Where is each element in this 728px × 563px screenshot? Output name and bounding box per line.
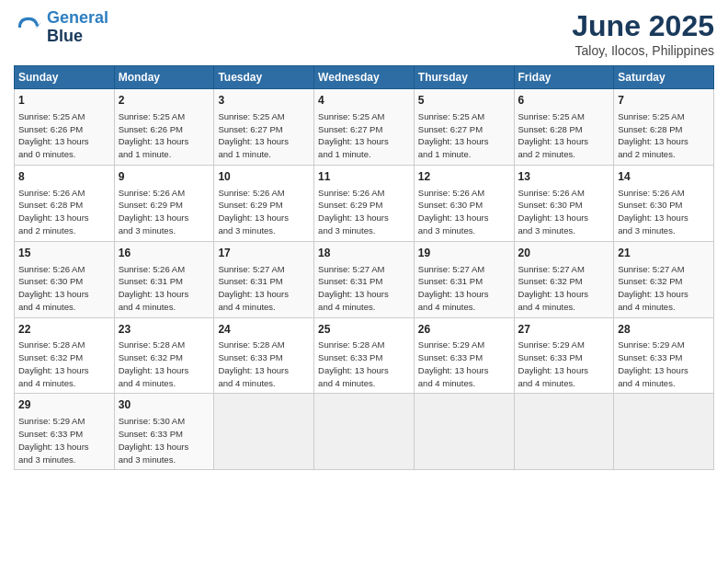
day-info: Sunrise: 5:26 AMSunset: 6:29 PMDaylight:… bbox=[318, 187, 410, 237]
day-number: 6 bbox=[518, 93, 610, 109]
day-info: Sunrise: 5:25 AMSunset: 6:28 PMDaylight:… bbox=[618, 110, 710, 161]
day-cell-22: 22Sunrise: 5:28 AMSunset: 6:32 PMDayligh… bbox=[15, 317, 115, 394]
empty-cell bbox=[614, 394, 714, 470]
page-header: General Blue June 2025 Taloy, Ilocos, Ph… bbox=[14, 9, 714, 58]
empty-cell bbox=[214, 394, 314, 470]
day-number: 10 bbox=[218, 169, 310, 185]
day-number: 16 bbox=[119, 246, 210, 261]
day-info: Sunrise: 5:26 AMSunset: 6:29 PMDaylight:… bbox=[119, 187, 210, 237]
day-number: 25 bbox=[318, 322, 410, 338]
day-info: Sunrise: 5:29 AMSunset: 6:33 PMDaylight:… bbox=[18, 415, 110, 465]
day-cell-2: 2Sunrise: 5:25 AMSunset: 6:26 PMDaylight… bbox=[114, 89, 214, 166]
day-number: 4 bbox=[318, 93, 410, 109]
day-info: Sunrise: 5:28 AMSunset: 6:33 PMDaylight:… bbox=[218, 339, 310, 389]
day-cell-25: 25Sunrise: 5:28 AMSunset: 6:33 PMDayligh… bbox=[314, 317, 415, 394]
day-number: 9 bbox=[119, 169, 210, 185]
weekday-monday: Monday bbox=[114, 66, 214, 89]
week-row-1: 1Sunrise: 5:25 AMSunset: 6:26 PMDaylight… bbox=[15, 89, 714, 166]
day-info: Sunrise: 5:28 AMSunset: 6:32 PMDaylight:… bbox=[18, 339, 110, 389]
day-cell-9: 9Sunrise: 5:26 AMSunset: 6:29 PMDaylight… bbox=[114, 165, 214, 241]
day-info: Sunrise: 5:29 AMSunset: 6:33 PMDaylight:… bbox=[518, 339, 610, 389]
day-info: Sunrise: 5:26 AMSunset: 6:30 PMDaylight:… bbox=[18, 263, 110, 314]
day-number: 2 bbox=[119, 93, 210, 109]
location-title: Taloy, Ilocos, Philippines bbox=[572, 43, 714, 58]
day-info: Sunrise: 5:26 AMSunset: 6:29 PMDaylight:… bbox=[218, 187, 310, 237]
day-cell-19: 19Sunrise: 5:27 AMSunset: 6:31 PMDayligh… bbox=[414, 241, 514, 317]
week-row-3: 15Sunrise: 5:26 AMSunset: 6:30 PMDayligh… bbox=[15, 241, 714, 317]
weekday-sunday: Sunday bbox=[15, 66, 115, 89]
day-info: Sunrise: 5:25 AMSunset: 6:27 PMDaylight:… bbox=[318, 110, 410, 161]
day-info: Sunrise: 5:27 AMSunset: 6:32 PMDaylight:… bbox=[618, 263, 710, 314]
day-cell-27: 27Sunrise: 5:29 AMSunset: 6:33 PMDayligh… bbox=[514, 317, 614, 394]
day-info: Sunrise: 5:28 AMSunset: 6:33 PMDaylight:… bbox=[318, 339, 410, 389]
week-row-2: 8Sunrise: 5:26 AMSunset: 6:28 PMDaylight… bbox=[15, 165, 714, 241]
day-info: Sunrise: 5:30 AMSunset: 6:33 PMDaylight:… bbox=[119, 415, 210, 465]
day-info: Sunrise: 5:25 AMSunset: 6:26 PMDaylight:… bbox=[18, 110, 110, 161]
day-cell-26: 26Sunrise: 5:29 AMSunset: 6:33 PMDayligh… bbox=[414, 317, 514, 394]
day-number: 30 bbox=[119, 397, 210, 413]
day-cell-30: 30Sunrise: 5:30 AMSunset: 6:33 PMDayligh… bbox=[114, 394, 214, 470]
day-cell-23: 23Sunrise: 5:28 AMSunset: 6:32 PMDayligh… bbox=[114, 317, 214, 394]
logo: General Blue bbox=[14, 9, 108, 46]
month-title: June 2025 bbox=[572, 9, 714, 43]
day-info: Sunrise: 5:26 AMSunset: 6:30 PMDaylight:… bbox=[418, 187, 510, 237]
day-number: 21 bbox=[618, 246, 710, 261]
day-number: 15 bbox=[18, 246, 110, 261]
day-cell-17: 17Sunrise: 5:27 AMSunset: 6:31 PMDayligh… bbox=[214, 241, 314, 317]
day-cell-7: 7Sunrise: 5:25 AMSunset: 6:28 PMDaylight… bbox=[614, 89, 714, 166]
title-block: June 2025 Taloy, Ilocos, Philippines bbox=[572, 9, 714, 58]
day-cell-1: 1Sunrise: 5:25 AMSunset: 6:26 PMDaylight… bbox=[15, 89, 115, 166]
day-cell-15: 15Sunrise: 5:26 AMSunset: 6:30 PMDayligh… bbox=[15, 241, 115, 317]
day-info: Sunrise: 5:27 AMSunset: 6:32 PMDaylight:… bbox=[518, 263, 610, 314]
day-cell-5: 5Sunrise: 5:25 AMSunset: 6:27 PMDaylight… bbox=[414, 89, 514, 166]
day-number: 24 bbox=[218, 322, 310, 338]
weekday-saturday: Saturday bbox=[614, 66, 714, 89]
day-info: Sunrise: 5:29 AMSunset: 6:33 PMDaylight:… bbox=[418, 339, 510, 389]
weekday-friday: Friday bbox=[514, 66, 614, 89]
day-cell-21: 21Sunrise: 5:27 AMSunset: 6:32 PMDayligh… bbox=[614, 241, 714, 317]
day-cell-16: 16Sunrise: 5:26 AMSunset: 6:31 PMDayligh… bbox=[114, 241, 214, 317]
day-info: Sunrise: 5:25 AMSunset: 6:26 PMDaylight:… bbox=[119, 110, 210, 161]
day-cell-4: 4Sunrise: 5:25 AMSunset: 6:27 PMDaylight… bbox=[314, 89, 415, 166]
day-info: Sunrise: 5:25 AMSunset: 6:28 PMDaylight:… bbox=[518, 110, 610, 161]
day-number: 11 bbox=[318, 169, 410, 185]
day-number: 13 bbox=[518, 169, 610, 185]
day-cell-28: 28Sunrise: 5:29 AMSunset: 6:33 PMDayligh… bbox=[614, 317, 714, 394]
day-cell-6: 6Sunrise: 5:25 AMSunset: 6:28 PMDaylight… bbox=[514, 89, 614, 166]
day-info: Sunrise: 5:27 AMSunset: 6:31 PMDaylight:… bbox=[418, 263, 510, 314]
day-info: Sunrise: 5:27 AMSunset: 6:31 PMDaylight:… bbox=[218, 263, 310, 314]
day-cell-8: 8Sunrise: 5:26 AMSunset: 6:28 PMDaylight… bbox=[15, 165, 115, 241]
weekday-wednesday: Wednesday bbox=[314, 66, 415, 89]
day-number: 23 bbox=[119, 322, 210, 338]
day-cell-11: 11Sunrise: 5:26 AMSunset: 6:29 PMDayligh… bbox=[314, 165, 415, 241]
day-cell-3: 3Sunrise: 5:25 AMSunset: 6:27 PMDaylight… bbox=[214, 89, 314, 166]
empty-cell bbox=[314, 394, 415, 470]
day-number: 7 bbox=[618, 93, 710, 109]
empty-cell bbox=[414, 394, 514, 470]
logo-icon bbox=[14, 13, 43, 42]
weekday-thursday: Thursday bbox=[414, 66, 514, 89]
day-cell-12: 12Sunrise: 5:26 AMSunset: 6:30 PMDayligh… bbox=[414, 165, 514, 241]
day-info: Sunrise: 5:26 AMSunset: 6:31 PMDaylight:… bbox=[119, 263, 210, 314]
day-number: 19 bbox=[418, 246, 510, 261]
day-number: 5 bbox=[418, 93, 510, 109]
day-number: 8 bbox=[18, 169, 110, 185]
day-info: Sunrise: 5:26 AMSunset: 6:28 PMDaylight:… bbox=[18, 187, 110, 237]
day-info: Sunrise: 5:28 AMSunset: 6:32 PMDaylight:… bbox=[119, 339, 210, 389]
day-number: 26 bbox=[418, 322, 510, 338]
day-number: 3 bbox=[218, 93, 310, 109]
day-number: 22 bbox=[18, 322, 110, 338]
day-info: Sunrise: 5:25 AMSunset: 6:27 PMDaylight:… bbox=[218, 110, 310, 161]
day-cell-24: 24Sunrise: 5:28 AMSunset: 6:33 PMDayligh… bbox=[214, 317, 314, 394]
day-number: 20 bbox=[518, 246, 610, 261]
weekday-header-row: SundayMondayTuesdayWednesdayThursdayFrid… bbox=[15, 66, 714, 89]
weekday-tuesday: Tuesday bbox=[214, 66, 314, 89]
day-number: 29 bbox=[18, 397, 110, 413]
day-info: Sunrise: 5:25 AMSunset: 6:27 PMDaylight:… bbox=[418, 110, 510, 161]
day-info: Sunrise: 5:29 AMSunset: 6:33 PMDaylight:… bbox=[618, 339, 710, 389]
day-number: 28 bbox=[618, 322, 710, 338]
day-number: 12 bbox=[418, 169, 510, 185]
day-number: 1 bbox=[18, 93, 110, 109]
empty-cell bbox=[514, 394, 614, 470]
day-info: Sunrise: 5:26 AMSunset: 6:30 PMDaylight:… bbox=[618, 187, 710, 237]
